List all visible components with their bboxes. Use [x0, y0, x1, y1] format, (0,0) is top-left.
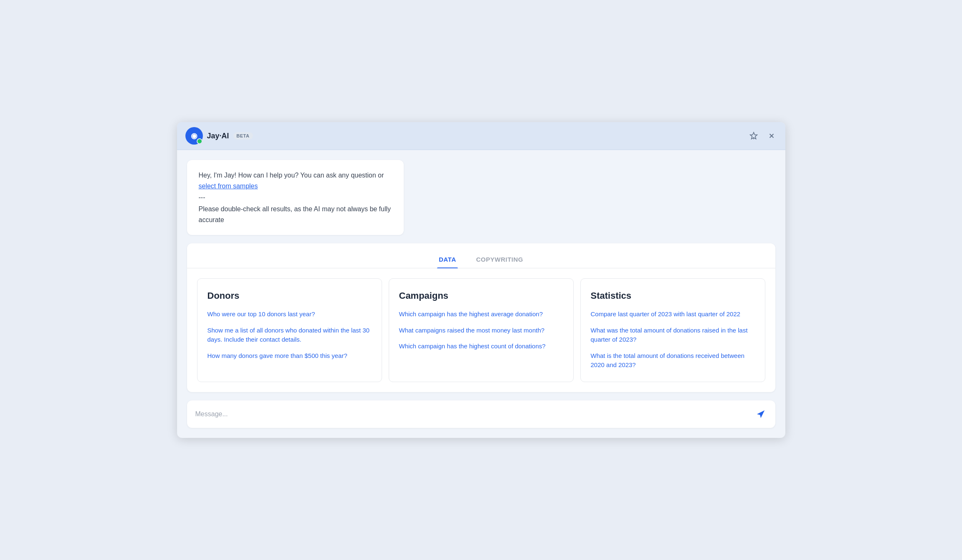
header-right	[748, 130, 777, 142]
campaigns-link-1[interactable]: Which campaign has the highest average d…	[399, 310, 563, 319]
campaigns-card: Campaigns Which campaign has the highest…	[389, 278, 574, 382]
tab-copywriting[interactable]: COPYWRITING	[475, 251, 525, 268]
statistics-links: Compare last quarter of 2023 with last q…	[591, 310, 755, 370]
statistics-link-3[interactable]: What is the total amount of donations re…	[591, 351, 755, 370]
statistics-card: Statistics Compare last quarter of 2023 …	[580, 278, 765, 382]
header-left: ◉ Jay·AI BETA	[185, 127, 253, 145]
welcome-message: Hey, I'm Jay! How can I help you? You ca…	[187, 160, 404, 235]
send-button[interactable]	[755, 408, 767, 420]
message-input[interactable]	[195, 410, 750, 418]
divider-text: ---	[199, 194, 392, 201]
donors-link-1[interactable]: Who were our top 10 donors last year?	[207, 310, 372, 319]
statistics-link-1[interactable]: Compare last quarter of 2023 with last q…	[591, 310, 755, 319]
main-content: Hey, I'm Jay! How can I help you? You ca…	[177, 150, 785, 438]
header: ◉ Jay·AI BETA	[177, 122, 785, 150]
disclaimer-text: Please double-check all results, as the …	[199, 204, 392, 225]
statistics-title: Statistics	[591, 290, 755, 301]
app-title: Jay·AI	[207, 132, 229, 140]
donors-card: Donors Who were our top 10 donors last y…	[197, 278, 382, 382]
app-window: ◉ Jay·AI BETA Hey, I'm	[177, 122, 785, 438]
pin-button[interactable]	[748, 130, 760, 142]
donors-link-2[interactable]: Show me a list of all donors who donated…	[207, 326, 372, 345]
message-bar	[187, 400, 775, 428]
campaigns-link-2[interactable]: What campaigns raised the most money las…	[399, 326, 563, 335]
samples-section: DATA COPYWRITING Donors Who were our top…	[187, 243, 775, 392]
donors-title: Donors	[207, 290, 372, 301]
close-button[interactable]	[766, 130, 777, 141]
tab-data[interactable]: DATA	[437, 251, 457, 268]
select-from-samples-link[interactable]: select from samples	[199, 182, 258, 190]
campaigns-title: Campaigns	[399, 290, 563, 301]
tabs: DATA COPYWRITING	[187, 243, 775, 268]
cards-grid: Donors Who were our top 10 donors last y…	[187, 278, 775, 382]
logo: ◉	[185, 127, 203, 145]
welcome-intro: Hey, I'm Jay! How can I help you? You ca…	[199, 170, 392, 191]
donors-links: Who were our top 10 donors last year? Sh…	[207, 310, 372, 360]
statistics-link-2[interactable]: What was the total amount of donations r…	[591, 326, 755, 345]
donors-link-3[interactable]: How many donors gave more than $500 this…	[207, 351, 372, 361]
beta-badge: BETA	[233, 132, 253, 140]
campaigns-link-3[interactable]: Which campaign has the highest count of …	[399, 342, 563, 351]
campaigns-links: Which campaign has the highest average d…	[399, 310, 563, 351]
logo-icon: ◉	[191, 131, 197, 140]
